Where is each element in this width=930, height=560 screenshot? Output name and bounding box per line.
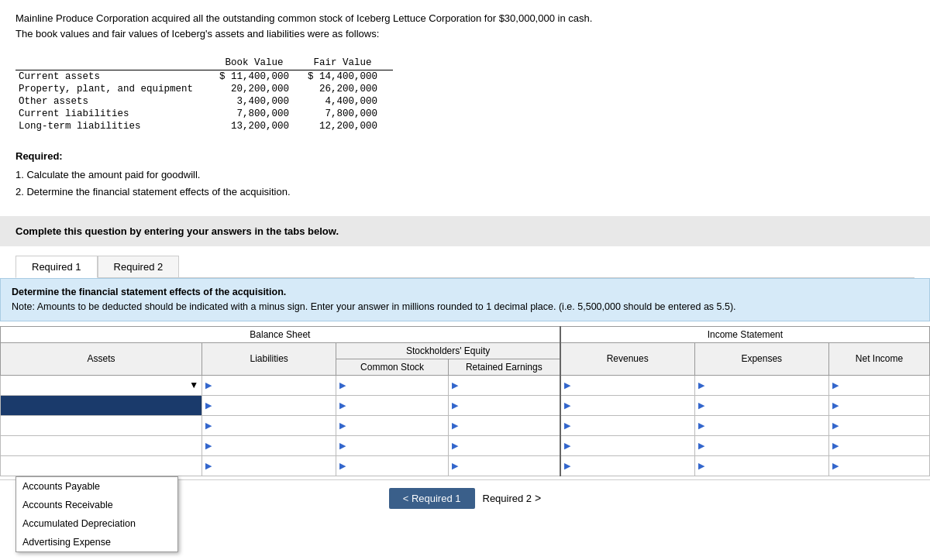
liabilities-cell-3[interactable]: ▶ (202, 435, 336, 455)
common-cell-1[interactable]: ▶ (336, 395, 448, 415)
expenses-header: Expenses (694, 342, 828, 375)
net-cell-1[interactable]: ▶ (828, 395, 929, 415)
net-input-0[interactable] (840, 377, 926, 393)
retained-input-0[interactable] (460, 377, 556, 393)
revenues-input-1[interactable] (572, 397, 691, 414)
liabilities-cell-0[interactable]: ▶ (202, 375, 336, 395)
dp-accounts-payable[interactable]: Accounts Payable (16, 477, 177, 496)
values-table: Book Value Fair Value Current assets $ 1… (16, 57, 393, 132)
common-input-4[interactable] (347, 458, 444, 474)
retained-input-4[interactable] (460, 458, 556, 474)
common-cell-0[interactable]: ▶ (336, 375, 448, 395)
asset-cell-3[interactable] (1, 435, 202, 455)
arrow-icon-0: ▶ (205, 380, 212, 390)
revenues-input-4[interactable] (572, 458, 691, 474)
asset-input-3[interactable] (4, 438, 198, 454)
expenses-cell-0[interactable]: ▶ (694, 375, 828, 395)
revenues-cell-2[interactable]: ▶ (560, 415, 694, 435)
dp-advertising-expense[interactable]: Advertising Expense (16, 533, 177, 551)
retained-cell-4[interactable]: ▶ (448, 455, 560, 476)
table-row-fair: 7,800,000 (305, 108, 393, 120)
table-row-label: Current assets (16, 70, 216, 84)
net-input-1[interactable] (840, 397, 926, 414)
liabilities-input-3[interactable] (213, 438, 332, 454)
table-row: ▶ ▶ ▶ ▶ ▶ (1, 395, 930, 415)
asset-input-4[interactable] (4, 458, 198, 474)
net-input-2[interactable] (840, 417, 926, 434)
common-stock-header: Common Stock (336, 359, 448, 375)
dp-accumulated-depreciation[interactable]: Accumulated Depreciation (16, 514, 177, 533)
table-row-book: $ 11,400,000 (216, 70, 305, 84)
note-body: Note: Amounts to be deducted should be i… (12, 301, 736, 312)
expenses-input-2[interactable] (706, 417, 825, 434)
retained-input-1[interactable] (460, 397, 556, 414)
retained-cell-2[interactable]: ▶ (448, 415, 560, 435)
expenses-input-4[interactable] (706, 458, 825, 474)
revenues-input-3[interactable] (572, 438, 691, 454)
expenses-arrow-icon-4: ▶ (698, 461, 704, 471)
required2-nav[interactable]: Required 2 > (483, 492, 542, 504)
dropdown-popup[interactable]: Accounts Payable Accounts Receivable Acc… (16, 476, 178, 552)
liabilities-header: Liabilities (202, 342, 336, 375)
common-cell-3[interactable]: ▶ (336, 435, 448, 455)
net-income-header: Net Income (828, 342, 929, 375)
retained-cell-1[interactable]: ▶ (448, 395, 560, 415)
expenses-input-0[interactable] (706, 377, 825, 393)
net-cell-4[interactable]: ▶ (828, 455, 929, 476)
retained-arrow-icon-0: ▶ (452, 380, 458, 390)
net-input-4[interactable] (840, 458, 926, 474)
revenues-cell-1[interactable]: ▶ (560, 395, 694, 415)
assets-header: Assets (1, 342, 202, 375)
expenses-cell-3[interactable]: ▶ (694, 435, 828, 455)
liabilities-input-2[interactable] (213, 417, 332, 434)
revenues-cell-4[interactable]: ▶ (560, 455, 694, 476)
common-cell-2[interactable]: ▶ (336, 415, 448, 435)
revenues-cell-3[interactable]: ▶ (560, 435, 694, 455)
retained-arrow-icon-1: ▶ (452, 400, 458, 411)
dp-accounts-receivable[interactable]: Accounts Receivable (16, 496, 177, 514)
net-cell-0[interactable]: ▶ (828, 375, 929, 395)
required-item: 2. Determine the financial statement eff… (16, 184, 914, 201)
expenses-cell-4[interactable]: ▶ (694, 455, 828, 476)
arrow-icon-4: ▶ (205, 461, 212, 471)
asset-input-0[interactable] (4, 377, 189, 393)
revenues-input-0[interactable] (572, 377, 691, 393)
table-row-book: 7,800,000 (216, 108, 305, 120)
common-input-1[interactable] (347, 397, 444, 414)
expenses-input-3[interactable] (706, 438, 825, 454)
asset-input-2[interactable] (4, 417, 198, 434)
net-cell-3[interactable]: ▶ (828, 435, 929, 455)
revenues-cell-0[interactable]: ▶ (560, 375, 694, 395)
retained-input-2[interactable] (460, 417, 556, 434)
common-input-0[interactable] (347, 377, 444, 393)
net-cell-2[interactable]: ▶ (828, 415, 929, 435)
retained-cell-0[interactable]: ▶ (448, 375, 560, 395)
prev-button[interactable]: < Required 1 (389, 488, 475, 509)
arrow-icon-1: ▶ (205, 400, 212, 411)
retained-input-3[interactable] (460, 438, 556, 454)
liabilities-cell-2[interactable]: ▶ (202, 415, 336, 435)
liabilities-input-0[interactable] (213, 377, 332, 393)
asset-cell-2[interactable] (1, 415, 202, 435)
revenues-input-2[interactable] (572, 417, 691, 434)
asset-cell-0[interactable]: ▼ (1, 375, 202, 395)
expenses-input-1[interactable] (706, 397, 825, 414)
fair-value-header: Fair Value (305, 57, 393, 70)
liabilities-input-1[interactable] (213, 397, 332, 414)
liabilities-input-4[interactable] (213, 458, 332, 474)
tab-required2[interactable]: Required 2 (98, 256, 180, 278)
expenses-cell-1[interactable]: ▶ (694, 395, 828, 415)
common-input-2[interactable] (347, 417, 444, 434)
liabilities-cell-1[interactable]: ▶ (202, 395, 336, 415)
retained-arrow-icon-2: ▶ (452, 421, 458, 431)
asset-cell-4[interactable] (1, 455, 202, 476)
liabilities-cell-4[interactable]: ▶ (202, 455, 336, 476)
net-input-3[interactable] (840, 438, 926, 454)
retained-cell-3[interactable]: ▶ (448, 435, 560, 455)
common-cell-4[interactable]: ▶ (336, 455, 448, 476)
net-arrow-icon-3: ▶ (832, 441, 839, 451)
expenses-cell-2[interactable]: ▶ (694, 415, 828, 435)
tab-required1[interactable]: Required 1 (16, 256, 98, 278)
asset-cell-1[interactable] (1, 395, 202, 415)
common-input-3[interactable] (347, 438, 444, 454)
